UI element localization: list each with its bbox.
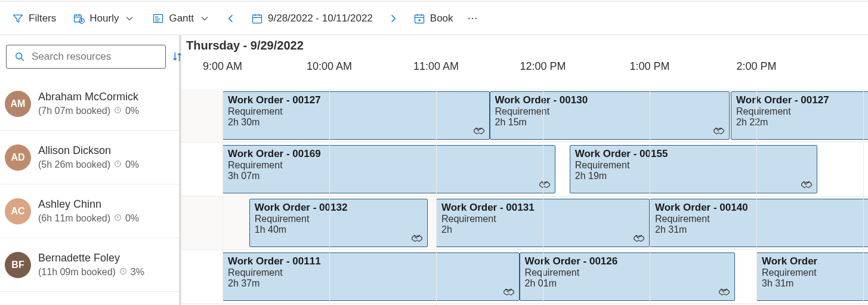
resource-meta: (7h 07m booked)0% <box>38 106 139 116</box>
svg-point-5 <box>468 17 469 19</box>
resource-name: Abraham McCormick <box>38 91 139 103</box>
handshake-icon <box>632 231 645 244</box>
booking[interactable]: Work Order - 00140Requirement2h 31m <box>650 199 868 247</box>
resource-meta: (5h 26m booked)0% <box>38 159 139 170</box>
booking-title: Work Order - 00111 <box>228 255 514 267</box>
resource-row[interactable]: ADAllison Dickson(5h 26m booked)0% <box>0 131 179 184</box>
clock-icon <box>114 213 122 224</box>
booking-title: Work Order - 00127 <box>736 94 868 106</box>
resource-row[interactable]: ACAshley Chinn(6h 11m booked)0% <box>0 184 179 238</box>
svg-point-6 <box>471 17 473 19</box>
avatar: BF <box>5 252 31 278</box>
resource-name: Allison Dickson <box>38 144 139 157</box>
next-button[interactable] <box>382 7 404 30</box>
booking[interactable]: Work OrderRequirement3h 31m <box>756 252 868 301</box>
booking[interactable]: Work Order - 00131Requirement2h <box>436 199 650 247</box>
search-resources[interactable] <box>6 45 166 69</box>
schedule-board: Thursday - 9/29/2022 8:00 AM9:00 AM10:00… <box>181 35 868 305</box>
booking-title: Work Order - 00132 <box>255 202 422 214</box>
handshake-icon <box>712 124 725 137</box>
time-label: 11:00 AM <box>413 60 459 73</box>
resource-panel: AMAbraham McCormick(7h 07m booked)0%ADAl… <box>0 35 181 305</box>
calendar-clock-icon <box>73 13 85 24</box>
schedule-row[interactable]: Work Order - 00127Requirement2h 30mWork … <box>181 89 868 143</box>
booking-duration: 2h 01m <box>525 278 730 289</box>
booking-subtitle: Requirement <box>228 106 484 117</box>
time-label: 12:00 PM <box>520 60 566 73</box>
view-dropdown[interactable]: Gantt <box>145 7 218 30</box>
booking-title: Work Order - 00140 <box>655 202 868 214</box>
booking[interactable]: Work Order - 00155Requirement2h 19m <box>570 145 817 193</box>
date-range-label: 9/28/2022 - 10/11/2022 <box>268 13 373 24</box>
booking-duration: 2h <box>441 224 644 235</box>
chevron-left-icon <box>225 13 237 24</box>
booking-duration: 2h 31m <box>655 224 868 235</box>
booking-title: Work Order - 00130 <box>495 94 725 106</box>
booking-subtitle: Requirement <box>575 160 812 171</box>
booking-subtitle: Requirement <box>736 106 868 117</box>
schedule-row[interactable]: Work Order - 00111Requirement2h 37mWork … <box>181 250 868 304</box>
clock-icon <box>114 159 122 170</box>
time-label: 10:00 AM <box>307 60 352 73</box>
avatar: AD <box>5 144 31 171</box>
resource-meta: (6h 11m booked)0% <box>38 213 139 224</box>
booking[interactable]: Work Order - 00126Requirement2h 01m <box>520 252 736 301</box>
clock-icon <box>114 106 122 116</box>
booking[interactable]: Work Order - 00132Requirement1h 40m <box>249 199 428 247</box>
handshake-icon <box>410 231 424 244</box>
resource-meta: (11h 09m booked)3% <box>38 267 144 278</box>
filters-button[interactable]: Filters <box>5 7 63 30</box>
booking-duration: 2h 19m <box>575 171 812 181</box>
booking-subtitle: Requirement <box>495 106 725 117</box>
handshake-icon <box>800 177 813 190</box>
overflow-button[interactable] <box>463 7 482 30</box>
resource-row[interactable]: BFBernadette Foley(11h 09m booked)3% <box>0 238 179 292</box>
handshake-icon <box>502 285 515 298</box>
booking-duration: 2h 30m <box>228 117 484 128</box>
booking-subtitle: Requirement <box>441 214 644 224</box>
booking-duration: 3h 07m <box>228 171 550 181</box>
granularity-dropdown[interactable]: Hourly <box>66 7 143 30</box>
schedule-row[interactable]: Work Order - 00169Requirement3h 07mWork … <box>181 143 868 196</box>
book-label: Book <box>430 13 453 24</box>
search-input[interactable] <box>32 51 158 63</box>
filters-label: Filters <box>29 13 56 24</box>
booking[interactable]: Work Order - 00111Requirement2h 37m <box>223 252 520 301</box>
granularity-label: Hourly <box>89 13 119 24</box>
booking[interactable]: Work Order - 00169Requirement3h 07m <box>223 145 555 193</box>
booking[interactable]: Work Order - 00127Requirement2h 22m <box>731 91 868 140</box>
booking-duration: 3h 31m <box>762 278 868 289</box>
toolbar: Filters Hourly Gantt 9/28/2022 - 10/11/2… <box>0 2 868 35</box>
calendar-icon <box>251 13 263 24</box>
svg-point-8 <box>16 53 22 59</box>
time-label: 2:00 PM <box>736 60 776 73</box>
resource-row[interactable]: AMAbraham McCormick(7h 07m booked)0% <box>0 77 179 131</box>
handshake-icon <box>472 124 486 137</box>
booking-duration: 2h 15m <box>495 117 725 128</box>
prev-button[interactable] <box>220 7 242 30</box>
booking-subtitle: Requirement <box>655 214 868 224</box>
chevron-down-icon <box>199 13 211 24</box>
booking-subtitle: Requirement <box>525 267 730 278</box>
gantt-icon <box>152 13 164 24</box>
time-label: 9:00 AM <box>203 60 242 73</box>
calendar-plus-icon <box>413 13 425 24</box>
resource-name: Ashley Chinn <box>38 198 139 211</box>
booking-duration: 2h 22m <box>736 117 868 128</box>
time-header: 8:00 AM9:00 AM10:00 AM11:00 AM12:00 PM1:… <box>181 56 868 89</box>
view-label: Gantt <box>169 13 194 24</box>
booking-title: Work Order <box>762 255 868 267</box>
resource-name: Bernadette Foley <box>38 252 144 264</box>
date-range-button[interactable]: 9/28/2022 - 10/11/2022 <box>244 7 380 30</box>
booking-title: Work Order - 00126 <box>525 255 730 267</box>
schedule-row[interactable]: Work Order - 00132Requirement1h 40mWork … <box>181 196 868 250</box>
booking[interactable]: Work Order - 00127Requirement2h 30m <box>223 91 490 140</box>
clock-icon <box>119 267 127 278</box>
booking[interactable]: Work Order - 00130Requirement2h 15m <box>490 91 730 140</box>
chevron-right-icon <box>387 13 399 24</box>
avatar: AC <box>5 198 31 224</box>
booking-subtitle: Requirement <box>228 160 550 171</box>
booking-subtitle: Requirement <box>228 267 514 278</box>
booking-title: Work Order - 00131 <box>441 202 644 214</box>
book-button[interactable]: Book <box>406 7 461 30</box>
